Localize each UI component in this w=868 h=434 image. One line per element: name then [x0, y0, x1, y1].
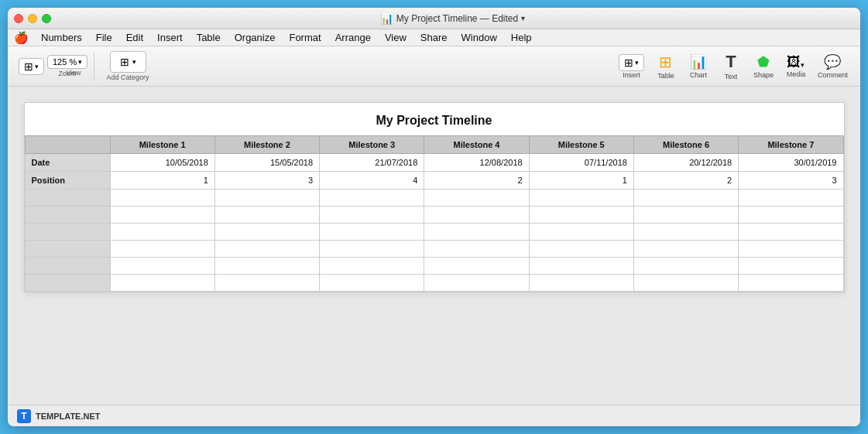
- cell-2-4[interactable]: [529, 190, 633, 207]
- cell-6-3[interactable]: [424, 258, 529, 275]
- traffic-lights: [14, 14, 51, 23]
- menu-format[interactable]: Format: [283, 30, 327, 45]
- cell-0-0[interactable]: 10/05/2018: [110, 154, 214, 172]
- menu-numbers[interactable]: Numbers: [35, 30, 88, 45]
- cell-7-2[interactable]: [320, 275, 424, 292]
- cell-3-6[interactable]: [739, 207, 843, 224]
- cell-3-2[interactable]: [320, 207, 424, 224]
- cell-6-5[interactable]: [633, 258, 738, 275]
- cell-0-4[interactable]: 07/11/2018: [529, 154, 633, 172]
- minimize-button[interactable]: [28, 14, 37, 23]
- cell-6-1[interactable]: [214, 258, 319, 275]
- cell-7-5[interactable]: [633, 275, 738, 292]
- menu-window[interactable]: Window: [455, 30, 503, 45]
- menu-edit[interactable]: Edit: [120, 30, 149, 45]
- cell-3-4[interactable]: [529, 207, 633, 224]
- insert-button[interactable]: ⊞ ▾ Insert: [614, 52, 649, 81]
- menu-organize[interactable]: Organize: [228, 30, 282, 45]
- mac-window: 📊 My Project Timeline — Edited ▾ 🍎 Numbe…: [8, 8, 860, 426]
- cell-2-3[interactable]: [424, 190, 529, 207]
- menu-file[interactable]: File: [90, 30, 118, 45]
- menu-insert[interactable]: Insert: [151, 30, 189, 45]
- cell-4-5[interactable]: [633, 224, 738, 241]
- cell-7-3[interactable]: [424, 275, 529, 292]
- text-button[interactable]: T Text: [715, 50, 746, 83]
- cell-5-5[interactable]: [633, 241, 738, 258]
- cell-1-0[interactable]: 1: [110, 172, 214, 190]
- row-label-7[interactable]: [25, 275, 110, 292]
- cell-7-1[interactable]: [214, 275, 319, 292]
- cell-0-5[interactable]: 20/12/2018: [633, 154, 738, 172]
- insert-icon-btn: ⊞ ▾: [619, 54, 644, 71]
- row-label-6[interactable]: [25, 258, 110, 275]
- cell-2-2[interactable]: [320, 190, 424, 207]
- cell-4-3[interactable]: [424, 224, 529, 241]
- cell-6-2[interactable]: [320, 258, 424, 275]
- apple-menu[interactable]: 🍎: [14, 31, 29, 45]
- row-label-0[interactable]: Date: [25, 154, 110, 172]
- menu-table[interactable]: Table: [190, 30, 227, 45]
- cell-6-4[interactable]: [529, 258, 633, 275]
- cell-4-1[interactable]: [214, 224, 319, 241]
- cell-4-0[interactable]: [110, 224, 214, 241]
- cell-5-1[interactable]: [214, 241, 319, 258]
- close-button[interactable]: [14, 14, 23, 23]
- cell-0-1[interactable]: 15/05/2018: [214, 154, 319, 172]
- cell-3-3[interactable]: [424, 207, 529, 224]
- cell-3-5[interactable]: [633, 207, 738, 224]
- cell-2-6[interactable]: [739, 190, 843, 207]
- media-icon: 🖼: [787, 54, 801, 70]
- cell-2-1[interactable]: [214, 190, 319, 207]
- cell-1-2[interactable]: 4: [320, 172, 424, 190]
- menu-view[interactable]: View: [379, 30, 413, 45]
- cell-0-3[interactable]: 12/08/2018: [424, 154, 529, 172]
- cell-1-5[interactable]: 2: [633, 172, 738, 190]
- cell-6-6[interactable]: [739, 258, 843, 275]
- media-button[interactable]: 🖼 ▾ Media: [781, 52, 811, 80]
- cell-5-2[interactable]: [320, 241, 424, 258]
- zoom-button[interactable]: 125 % ▾: [47, 55, 87, 69]
- bottom-bar: T TEMPLATE.NET: [8, 405, 860, 426]
- cell-7-4[interactable]: [529, 275, 633, 292]
- maximize-button[interactable]: [42, 14, 51, 23]
- template-badge: T TEMPLATE.NET: [17, 409, 101, 423]
- cell-0-6[interactable]: 30/01/2019: [739, 154, 843, 172]
- comment-icon: 💬: [824, 53, 841, 70]
- menu-help[interactable]: Help: [505, 30, 538, 45]
- cell-3-0[interactable]: [110, 207, 214, 224]
- cell-6-0[interactable]: [110, 258, 214, 275]
- cell-1-4[interactable]: 1: [529, 172, 633, 190]
- cell-4-6[interactable]: [739, 224, 843, 241]
- cell-4-4[interactable]: [529, 224, 633, 241]
- cell-3-1[interactable]: [214, 207, 319, 224]
- header-cell-6: Milestone 6: [633, 136, 738, 154]
- cell-1-6[interactable]: 3: [739, 172, 843, 190]
- add-category-button[interactable]: ⊞ ▾: [110, 51, 146, 73]
- cell-5-3[interactable]: [424, 241, 529, 258]
- table-button[interactable]: ⊞ Table: [650, 50, 681, 82]
- cell-4-2[interactable]: [320, 224, 424, 241]
- chart-button[interactable]: 📊 Chart: [683, 51, 714, 81]
- cell-1-1[interactable]: 3: [214, 172, 319, 190]
- row-label-2[interactable]: [25, 190, 110, 207]
- row-label-4[interactable]: [25, 224, 110, 241]
- row-label-1[interactable]: Position: [25, 172, 110, 190]
- comment-button[interactable]: 💬 Comment: [813, 51, 853, 81]
- shape-button[interactable]: ⬟ Shape: [748, 51, 779, 81]
- cell-7-6[interactable]: [739, 275, 843, 292]
- row-label-3[interactable]: [25, 207, 110, 224]
- doc-icon: 📊: [380, 12, 393, 25]
- cell-0-2[interactable]: 21/07/2018: [320, 154, 424, 172]
- cell-5-4[interactable]: [529, 241, 633, 258]
- cell-1-3[interactable]: 2: [424, 172, 529, 190]
- row-label-5[interactable]: [25, 241, 110, 258]
- cell-2-0[interactable]: [110, 190, 214, 207]
- cell-5-6[interactable]: [739, 241, 843, 258]
- menu-share[interactable]: Share: [414, 30, 454, 45]
- view-button[interactable]: ⊞ ▾: [19, 58, 44, 75]
- cell-7-0[interactable]: [110, 275, 214, 292]
- add-category-label: Add Category: [107, 73, 149, 81]
- menu-arrange[interactable]: Arrange: [329, 30, 377, 45]
- cell-2-5[interactable]: [633, 190, 738, 207]
- cell-5-0[interactable]: [110, 241, 214, 258]
